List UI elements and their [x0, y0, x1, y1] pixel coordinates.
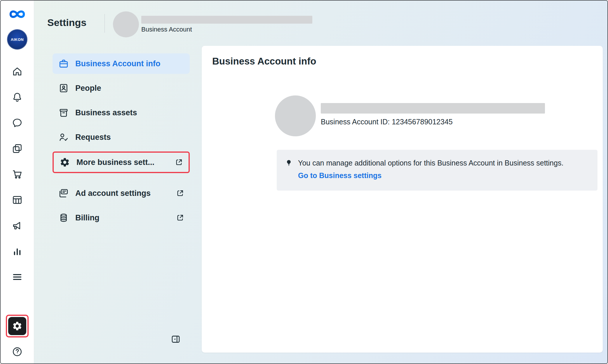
settings-nav: Business Account info People Busines [53, 53, 190, 232]
left-rail: AIKON [1, 1, 34, 363]
business-subtitle: Business Account [141, 26, 192, 33]
nav-item-label: Requests [75, 133, 111, 142]
all-tools-menu-icon[interactable] [12, 271, 23, 283]
business-switcher[interactable] [112, 9, 316, 39]
nav-item-business-account-info[interactable]: Business Account info [53, 53, 190, 74]
settings-gear-icon [12, 321, 22, 331]
external-link-icon [176, 189, 184, 198]
business-avatar-label: AIKON [11, 37, 24, 42]
rail-icon-stack [12, 66, 23, 283]
nav-item-label: People [75, 84, 101, 93]
external-link-icon [176, 213, 184, 222]
ads-megaphone-icon[interactable] [12, 220, 23, 231]
annotation-highlight-settings [6, 315, 29, 337]
home-icon[interactable] [12, 66, 23, 77]
nav-item-more-business-settings[interactable]: More business sett... [54, 153, 189, 172]
nav-item-billing[interactable]: Billing [53, 208, 190, 228]
business-name-redacted-bar [141, 16, 312, 24]
settings-gear-button[interactable] [8, 317, 26, 335]
nav-item-business-assets[interactable]: Business assets [53, 102, 190, 123]
business-avatar-placeholder [113, 11, 139, 37]
business-avatar[interactable]: AIKON [7, 29, 27, 50]
account-name-redacted-bar [321, 103, 545, 114]
chat-icon[interactable] [12, 117, 23, 128]
tip-box: You can manage additional options for th… [277, 150, 597, 191]
page-title: Settings [47, 17, 86, 28]
topbar-divider [104, 14, 105, 33]
account-avatar-placeholder [275, 95, 316, 136]
external-link-icon [175, 158, 183, 167]
help-button[interactable] [12, 346, 23, 357]
people-card-icon [58, 83, 69, 93]
pages-icon[interactable] [12, 143, 23, 154]
meta-logo-icon[interactable] [8, 8, 27, 22]
tip-content: You can manage additional options for th… [298, 159, 563, 180]
main-panel-title: Business Account info [212, 56, 316, 67]
notifications-bell-icon[interactable] [12, 92, 23, 103]
nav-item-ad-account-settings[interactable]: Ad account settings [53, 183, 190, 203]
lightbulb-icon [285, 159, 293, 167]
nav-item-requests[interactable]: Requests [53, 127, 190, 147]
collapse-sidebar-button[interactable] [171, 334, 181, 344]
nav-item-label: Ad account settings [75, 189, 151, 198]
nav-item-people[interactable]: People [53, 78, 190, 98]
briefcase-icon [58, 58, 69, 69]
nav-item-label: More business sett... [76, 158, 154, 167]
meta-business-settings-screen: AIKON [0, 0, 608, 364]
assets-box-icon [58, 107, 69, 118]
ad-cards-icon [58, 188, 69, 198]
collapse-sidebar-icon [171, 334, 181, 344]
insights-chart-icon[interactable] [12, 246, 23, 257]
nav-item-label: Business assets [75, 108, 137, 117]
main-panel: Business Account info Business Account I… [202, 46, 603, 353]
go-to-business-settings-link[interactable]: Go to Business settings [298, 171, 381, 180]
planner-table-icon[interactable] [12, 194, 23, 205]
gear-icon [60, 157, 70, 168]
tip-text: You can manage additional options for th… [298, 159, 563, 167]
coins-icon [58, 213, 69, 223]
nav-item-label: Billing [75, 213, 100, 222]
account-id-text: Business Account ID: 123456789012345 [321, 118, 453, 126]
person-check-icon [58, 132, 69, 142]
help-icon [12, 346, 23, 357]
commerce-cart-icon[interactable] [12, 169, 23, 180]
nav-item-label: Business Account info [75, 59, 161, 68]
annotation-highlight-more-business-settings: More business sett... [53, 151, 190, 173]
